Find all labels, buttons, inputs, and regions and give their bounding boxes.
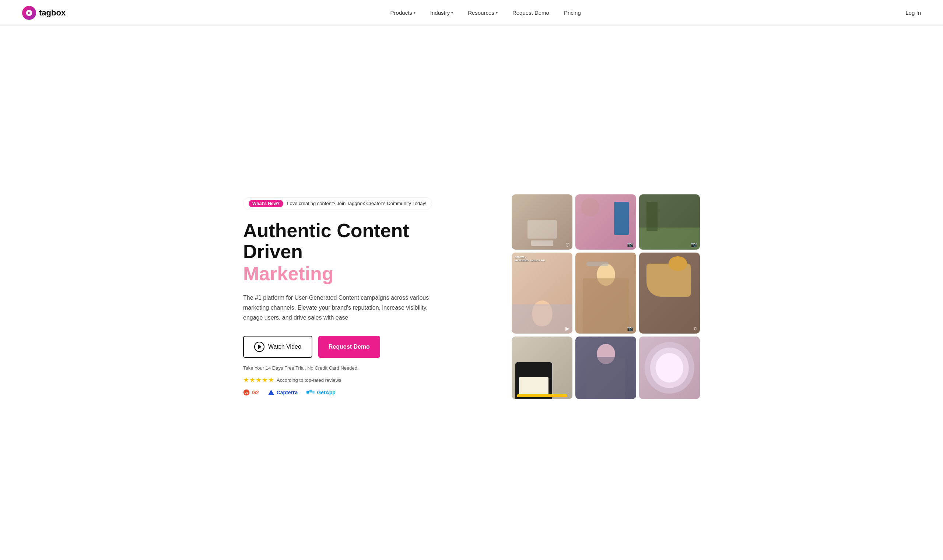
tagbox-icon — [25, 9, 33, 17]
nav-request-demo[interactable]: Request Demo — [512, 9, 549, 16]
reviews-text: According to top-rated reviews — [277, 377, 342, 383]
logo[interactable]: tagbox — [22, 6, 66, 20]
ugc-grid: ⬡ 📷 📷 GRWM •MORNING SKINCARE — [512, 194, 700, 399]
hero-section: What's New? Love creating content? Join … — [214, 26, 729, 560]
grid-photo-4: GRWM •MORNING SKINCARE ▶ — [512, 252, 572, 334]
nav-resources[interactable]: Resources ▾ — [468, 9, 498, 16]
g2-label: G2 — [252, 389, 259, 395]
instagram-icon: 📷 — [627, 325, 633, 331]
svg-text:G2: G2 — [245, 391, 248, 394]
getapp-label: GetApp — [317, 389, 336, 395]
svg-rect-4 — [310, 390, 312, 392]
chevron-down-icon: ▾ — [451, 11, 453, 15]
nav-products[interactable]: Products ▾ — [390, 9, 416, 16]
svg-rect-5 — [312, 391, 314, 394]
star-icons: ★★★★★ — [243, 376, 274, 384]
getapp-badge: GetApp — [307, 389, 336, 395]
grid-photo-8 — [575, 337, 636, 399]
grid-photo-5: 📷 — [575, 252, 636, 334]
star-rating: ★★★★★ According to top-rated reviews — [243, 376, 464, 384]
capterra-label: Capterra — [277, 389, 298, 395]
play-icon — [254, 342, 265, 352]
hero-content: What's New? Love creating content? Join … — [243, 197, 464, 396]
hero-buttons: Watch Video Request Demo — [243, 336, 464, 358]
navbar: tagbox Products ▾ Industry ▾ Resources ▾… — [0, 0, 943, 26]
nav-links: Products ▾ Industry ▾ Resources ▾ Reques… — [390, 9, 581, 16]
grid-photo-9 — [639, 337, 700, 399]
hero-photo-grid: ⬡ 📷 📷 GRWM •MORNING SKINCARE — [512, 194, 700, 399]
trial-text: Take Your 14 Days Free Trial. No Credit … — [243, 365, 464, 371]
instagram-icon: 📷 — [691, 242, 697, 248]
grid-photo-6: ♫ — [639, 252, 700, 334]
nav-pricing[interactable]: Pricing — [564, 9, 581, 16]
play-icon: ▶ — [565, 325, 570, 331]
watch-video-button[interactable]: Watch Video — [243, 336, 312, 358]
instagram-icon: ⬡ — [565, 242, 570, 248]
request-demo-button[interactable]: Request Demo — [318, 336, 380, 358]
grid-photo-7 — [512, 337, 572, 399]
hero-title-line2: Marketing — [243, 262, 464, 285]
hero-description: The #1 platform for User-Generated Conte… — [243, 293, 435, 323]
chevron-down-icon: ▾ — [414, 11, 416, 15]
grid-photo-3: 📷 — [639, 194, 700, 250]
review-platform-badges: G2 G2 Capterra GetApp — [243, 389, 464, 396]
chevron-down-icon: ▾ — [496, 11, 498, 15]
capterra-icon — [268, 389, 274, 396]
video-overlay-text: GRWM •MORNING SKINCARE — [515, 255, 545, 262]
nav-industry[interactable]: Industry ▾ — [430, 9, 453, 16]
svg-rect-3 — [307, 391, 309, 394]
nav-right: Log In — [905, 9, 921, 16]
whats-new-badge[interactable]: What's New? Love creating content? Join … — [243, 197, 432, 210]
capterra-badge: Capterra — [268, 389, 298, 396]
login-button[interactable]: Log In — [905, 9, 921, 16]
grid-photo-1: ⬡ — [512, 194, 572, 250]
svg-marker-2 — [268, 390, 274, 395]
getapp-icon — [307, 389, 314, 395]
hero-title-line1: Authentic Content Driven — [243, 220, 464, 262]
grid-photo-2: 📷 — [575, 194, 636, 250]
logo-text: tagbox — [39, 8, 66, 18]
g2-badge: G2 G2 — [243, 389, 259, 396]
watch-video-label: Watch Video — [268, 343, 301, 350]
badge-pill: What's New? — [249, 200, 283, 207]
instagram-icon: 📷 — [627, 242, 633, 248]
badge-text: Love creating content? Join Taggbox Crea… — [287, 201, 427, 206]
logo-icon — [22, 6, 36, 20]
tiktok-icon: ♫ — [693, 325, 697, 331]
g2-icon: G2 — [243, 389, 250, 396]
